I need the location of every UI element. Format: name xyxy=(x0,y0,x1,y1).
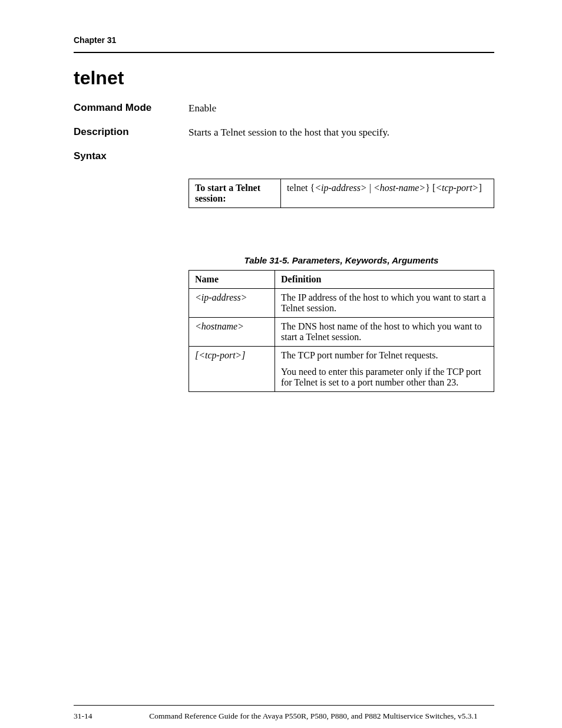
param-name: <hostname> xyxy=(189,318,275,347)
command-mode-label: Command Mode xyxy=(74,102,189,114)
syntax-table-row: To start a Telnet session: telnet {<ip-a… xyxy=(189,179,494,208)
page: Chapter 31 telnet Command Mode Enable De… xyxy=(0,0,562,728)
syntax-action-cell: To start a Telnet session: xyxy=(189,179,281,208)
footer-text: Command Reference Guide for the Avaya P5… xyxy=(133,711,494,721)
param-table-caption: Table 31-5. Parameters, Keywords, Argume… xyxy=(189,255,494,265)
chapter-header: Chapter 31 xyxy=(74,35,494,48)
syntax-label: Syntax xyxy=(74,150,189,162)
cmd-mid: } [ xyxy=(425,183,435,193)
syntax-value xyxy=(189,150,494,151)
param-header-row: Name Definition xyxy=(189,271,494,289)
param-definition: The DNS host name of the host to which y… xyxy=(275,318,494,347)
param-def-text: The IP address of the host to which you … xyxy=(281,292,488,314)
description-row: Description Starts a Telnet session to t… xyxy=(74,126,494,139)
header-rule xyxy=(74,52,494,53)
param-def-text: The TCP port number for Telnet requests. xyxy=(281,350,488,361)
syntax-table: To start a Telnet session: telnet {<ip-a… xyxy=(189,179,494,208)
page-number: 31-14 xyxy=(74,711,133,721)
table-row: <ip-address> The IP address of the host … xyxy=(189,289,494,318)
command-mode-row: Command Mode Enable xyxy=(74,102,494,114)
param-definition: The IP address of the host to which you … xyxy=(275,289,494,318)
param-def-text: You need to enter this parameter only if… xyxy=(281,367,488,388)
param-header-name: Name xyxy=(189,271,275,289)
param-name: [<tcp-port>] xyxy=(189,347,275,392)
page-title: telnet xyxy=(74,67,494,89)
cmd-sep1: | xyxy=(367,183,373,193)
cmd-p3: <tcp-port> xyxy=(435,183,478,193)
footer-row: 31-14 Command Reference Guide for the Av… xyxy=(74,711,494,721)
command-mode-value: Enable xyxy=(189,102,494,114)
cmd-p1: <ip-address> xyxy=(315,183,367,193)
cmd-prefix: telnet { xyxy=(287,183,315,193)
param-def-text: The DNS host name of the host to which y… xyxy=(281,321,488,342)
description-label: Description xyxy=(74,126,189,138)
table-row: [<tcp-port>] The TCP port number for Tel… xyxy=(189,347,494,392)
param-name: <ip-address> xyxy=(189,289,275,318)
page-footer: 31-14 Command Reference Guide for the Av… xyxy=(74,705,494,721)
cmd-suffix: ] xyxy=(478,183,481,193)
param-table: Name Definition <ip-address> The IP addr… xyxy=(189,270,494,392)
description-value: Starts a Telnet session to the host that… xyxy=(189,126,494,139)
cmd-p2: <host-name> xyxy=(373,183,425,193)
param-definition: The TCP port number for Telnet requests.… xyxy=(275,347,494,392)
param-header-definition: Definition xyxy=(275,271,494,289)
syntax-row: Syntax xyxy=(74,150,494,162)
table-row: <hostname> The DNS host name of the host… xyxy=(189,318,494,347)
syntax-command-cell: telnet {<ip-address> | <host-name>} [<tc… xyxy=(281,179,494,208)
footer-rule xyxy=(74,705,494,706)
